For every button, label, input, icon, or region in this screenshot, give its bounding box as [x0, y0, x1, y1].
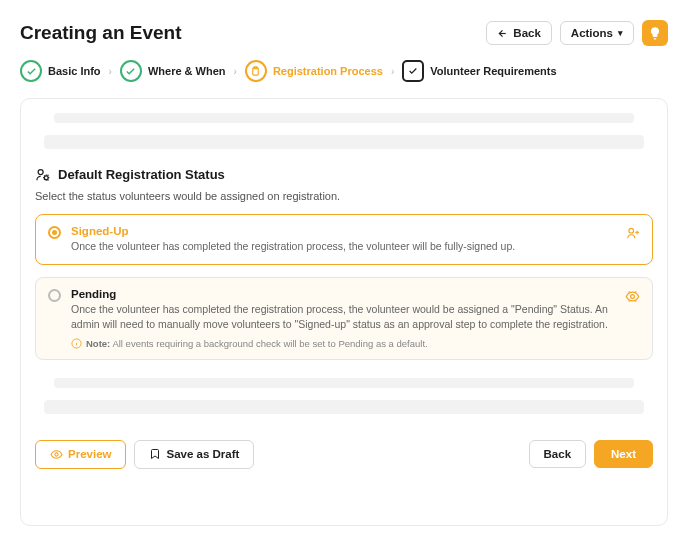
- radio-unselected-icon: [48, 289, 61, 302]
- info-icon: [71, 338, 82, 349]
- chevron-right-icon: ›: [109, 66, 112, 77]
- step-label: Registration Process: [273, 65, 383, 77]
- option-description: Once the volunteer has completed the reg…: [71, 302, 615, 332]
- user-plus-icon: [626, 226, 640, 240]
- radio-selected-icon: [48, 226, 61, 239]
- svg-point-3: [629, 228, 634, 233]
- footer-back-button[interactable]: Back: [529, 440, 587, 468]
- footer-back-label: Back: [544, 448, 572, 460]
- progress-steps: Basic Info › Where & When › Registration…: [20, 60, 668, 82]
- page-title: Creating an Event: [20, 22, 182, 44]
- preview-label: Preview: [68, 448, 111, 460]
- option-title: Pending: [71, 288, 615, 300]
- step-label: Basic Info: [48, 65, 101, 77]
- step-volunteer-requirements[interactable]: Volunteer Requirements: [402, 60, 556, 82]
- option-signed-up[interactable]: Signed-Up Once the volunteer has complet…: [35, 214, 653, 265]
- skeleton-line: [44, 135, 643, 149]
- bulb-icon: [648, 26, 662, 40]
- step-label: Where & When: [148, 65, 226, 77]
- svg-point-1: [38, 170, 43, 175]
- check-circle-icon: [120, 60, 142, 82]
- actions-dropdown[interactable]: Actions ▾: [560, 21, 634, 45]
- option-description: Once the volunteer has completed the reg…: [71, 239, 616, 254]
- back-label: Back: [513, 27, 541, 39]
- help-tip-button[interactable]: [642, 20, 668, 46]
- svg-point-6: [55, 453, 58, 456]
- section-title: Default Registration Status: [58, 167, 225, 182]
- svg-point-5: [631, 295, 635, 299]
- chevron-right-icon: ›: [391, 66, 394, 77]
- save-draft-label: Save as Draft: [166, 448, 239, 460]
- check-circle-icon: [20, 60, 42, 82]
- option-note: Note: All events requiring a background …: [71, 338, 615, 349]
- preview-button[interactable]: Preview: [35, 440, 126, 469]
- eye-icon: [50, 448, 63, 461]
- option-pending[interactable]: Pending Once the volunteer has completed…: [35, 277, 653, 359]
- skeleton-line: [44, 400, 643, 414]
- step-label: Volunteer Requirements: [430, 65, 556, 77]
- actions-label: Actions: [571, 27, 613, 39]
- save-draft-button[interactable]: Save as Draft: [134, 440, 254, 469]
- form-card: Default Registration Status Select the s…: [20, 98, 668, 526]
- skeleton-line: [54, 378, 635, 388]
- user-settings-icon: [35, 167, 50, 182]
- pending-eye-icon: [625, 289, 640, 304]
- step-registration-process[interactable]: Registration Process: [245, 60, 383, 82]
- clipboard-icon: [245, 60, 267, 82]
- chevron-down-icon: ▾: [618, 28, 623, 38]
- next-label: Next: [611, 448, 636, 460]
- arrow-left-icon: [497, 28, 508, 39]
- bookmark-icon: [149, 448, 161, 460]
- chevron-right-icon: ›: [234, 66, 237, 77]
- next-button[interactable]: Next: [594, 440, 653, 468]
- skeleton-line: [54, 113, 635, 123]
- check-square-icon: [402, 60, 424, 82]
- section-subtitle: Select the status volunteers would be as…: [35, 190, 653, 202]
- step-basic-info[interactable]: Basic Info: [20, 60, 101, 82]
- step-where-when[interactable]: Where & When: [120, 60, 226, 82]
- back-button[interactable]: Back: [486, 21, 552, 45]
- option-title: Signed-Up: [71, 225, 616, 237]
